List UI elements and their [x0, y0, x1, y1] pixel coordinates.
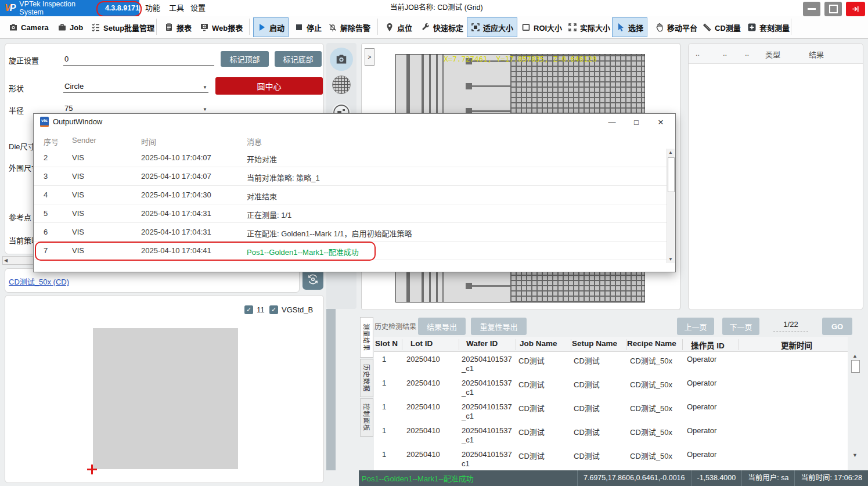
- toolbar-separator: [249, 19, 250, 35]
- roi-size-label: ROI大小: [534, 22, 562, 33]
- log-row[interactable]: 4 VIS 2025-04-10 17:04:30 对准结束: [34, 186, 667, 204]
- web-report-label: Web报表: [212, 22, 243, 33]
- dialog-scrollbar-thumb[interactable]: [668, 157, 675, 192]
- select-button[interactable]: 选择: [612, 17, 647, 37]
- tab-history-data[interactable]: 历史数据: [360, 359, 373, 397]
- status-message: Pos1--Golden1--Mark1--配准成功: [362, 473, 577, 484]
- clear-alarm-button[interactable]: 解除告警: [324, 17, 374, 37]
- points-button[interactable]: 点位: [381, 17, 416, 37]
- col-no: 序号: [44, 136, 59, 147]
- circle-center-button[interactable]: 圆中心: [215, 77, 323, 95]
- job-button[interactable]: Job: [53, 17, 87, 37]
- stop-button[interactable]: 停止: [290, 17, 326, 37]
- menu-settings[interactable]: 设置: [188, 0, 208, 16]
- toolbar-separator: [156, 19, 157, 35]
- expand-arrows-icon: [568, 23, 577, 32]
- output-window-titlebar[interactable]: vis OutputWindow — □ ×: [34, 114, 675, 130]
- cell-operator: Operator: [687, 379, 716, 387]
- plus-square-icon: [747, 23, 757, 32]
- rotation-input[interactable]: 0: [63, 51, 214, 66]
- fit-size-button[interactable]: 适应大小: [467, 17, 517, 37]
- exit-button[interactable]: [846, 2, 865, 16]
- quick-calib-label: 快速标定: [433, 22, 463, 33]
- vertical-splitter[interactable]: [326, 309, 336, 470]
- log-row[interactable]: 6 VIS 2025-04-10 17:04:31 正在配准: Golden1-…: [34, 223, 667, 242]
- maximize-button[interactable]: [824, 2, 842, 16]
- recipe-link[interactable]: CD测试_50x (CD): [9, 276, 69, 287]
- setup-batch-button[interactable]: Setup批量管理: [87, 17, 159, 37]
- viewer-expander-button[interactable]: >: [365, 48, 374, 66]
- dialog-minimize-button[interactable]: —: [603, 116, 621, 128]
- menu-function[interactable]: 功能: [143, 0, 163, 16]
- cell-wafer: 202504101537: [462, 379, 512, 387]
- play-icon: [257, 23, 266, 32]
- dialog-scrollbar[interactable]: ▲ ▼: [667, 149, 675, 263]
- camera-view-button[interactable]: [330, 48, 353, 71]
- mark-top-button[interactable]: 标记顶部: [221, 51, 269, 67]
- roi-size-button[interactable]: ROI大小: [517, 17, 566, 37]
- next-page-button[interactable]: 下一页: [722, 318, 759, 335]
- actual-size-button[interactable]: 实际大小: [564, 17, 614, 37]
- history-table-header: Slot N Lot ID Wafer ID Job Name Setup Na…: [374, 337, 848, 352]
- layer-checkbox-11[interactable]: ✓ 11: [244, 305, 265, 314]
- camera-icon: [9, 23, 18, 32]
- minimize-button[interactable]: [803, 2, 820, 16]
- menu-tools[interactable]: 工具: [167, 0, 186, 16]
- table-row[interactable]: 1 20250410 202504101537 _c1 CD测试 CD测试 CD…: [374, 399, 848, 424]
- report-button[interactable]: 报表: [160, 17, 196, 37]
- start-button[interactable]: 启动: [253, 17, 289, 37]
- cell-wafer: 202504101537: [462, 355, 512, 363]
- table-row[interactable]: 1 20250410 202504101537 _c1 CD测试 CD测试 CD…: [374, 423, 848, 448]
- chevron-down-icon: ▼: [203, 85, 207, 90]
- cursor-icon: [616, 23, 625, 32]
- cell-sender: VIS: [72, 246, 84, 255]
- rotation-value: 0: [64, 55, 69, 63]
- history-scroll-down-icon[interactable]: ▼: [852, 452, 858, 458]
- col-updatetime: 更新时间: [781, 339, 812, 351]
- dialog-maximize-button[interactable]: □: [628, 116, 645, 128]
- table-row[interactable]: 1 20250410 202504101537 _c1 CD测试 CD测试 CD…: [374, 376, 848, 400]
- table-row[interactable]: 1 20250410 202504101537 _c1 CD测试 CD测试 CD…: [374, 352, 848, 376]
- log-row-success[interactable]: 7 VIS 2025-04-10 17:04:41 Pos1--Golden1-…: [34, 242, 667, 260]
- fit-screen-icon: [471, 23, 480, 32]
- maximize-icon: [829, 5, 838, 13]
- camera-button[interactable]: Camera: [5, 17, 53, 37]
- history-scroll-up-icon[interactable]: ▲: [852, 353, 858, 359]
- page-number-input[interactable]: 1/22: [773, 320, 808, 332]
- cell-sender: VIS: [72, 190, 84, 199]
- prev-page-button[interactable]: 上一页: [677, 318, 714, 335]
- wafer-map-button[interactable]: [332, 75, 351, 94]
- quick-calib-button[interactable]: 快速标定: [417, 17, 467, 37]
- probe-line: [466, 283, 510, 289]
- log-row[interactable]: 5 VIS 2025-04-10 17:04:31 正在测量: 1/1: [34, 204, 667, 223]
- overlay-measure-button[interactable]: 套刻测量: [743, 17, 794, 37]
- results-header: .. .. .. 类型 结果: [689, 44, 863, 64]
- ref-point-label: 参考点: [9, 211, 31, 222]
- scroll-down-icon: ▼: [668, 257, 673, 262]
- log-row[interactable]: 3 VIS 2025-04-10 17:04:07 当前对准策略: 策略_1: [34, 167, 667, 186]
- go-page-button[interactable]: GO: [822, 318, 852, 335]
- dialog-close-button[interactable]: ×: [652, 116, 669, 128]
- move-stage-button[interactable]: 移动平台: [651, 17, 701, 37]
- tab-measure-results[interactable]: 测量结果: [360, 317, 373, 358]
- cell-lot: 20250410: [406, 379, 440, 387]
- cell-wafer2: _c1: [462, 412, 474, 420]
- shape-select[interactable]: Circle ▼: [63, 78, 208, 93]
- chevron-down-icon: ▼: [203, 107, 207, 112]
- report-icon: [164, 23, 174, 32]
- start-label: 启动: [269, 22, 284, 33]
- result-export-button[interactable]: 结果导出: [418, 318, 466, 335]
- die-preview-rect[interactable]: [93, 328, 238, 469]
- exit-icon: [851, 5, 860, 13]
- table-row[interactable]: 1 20250410 202504101537 c1 CD测试 CD测试 CD测…: [374, 447, 848, 470]
- layer-checkbox-vgstd[interactable]: ✓ VGStd_B: [269, 305, 313, 314]
- history-scrollbar-thumb[interactable]: [851, 360, 860, 373]
- cell-job: CD测试: [518, 355, 545, 366]
- tab-control-panel[interactable]: 控制面板: [360, 398, 373, 437]
- cd-measure-button[interactable]: CD测量: [698, 17, 745, 37]
- log-row[interactable]: 2 VIS 2025-04-10 17:04:07 开始对准: [34, 149, 667, 167]
- mark-bottom-button[interactable]: 标记底部: [275, 51, 322, 67]
- camera-label: Camera: [21, 23, 49, 32]
- web-report-button[interactable]: Web报表: [196, 17, 247, 37]
- repeat-export-button[interactable]: 重复性导出: [471, 318, 527, 335]
